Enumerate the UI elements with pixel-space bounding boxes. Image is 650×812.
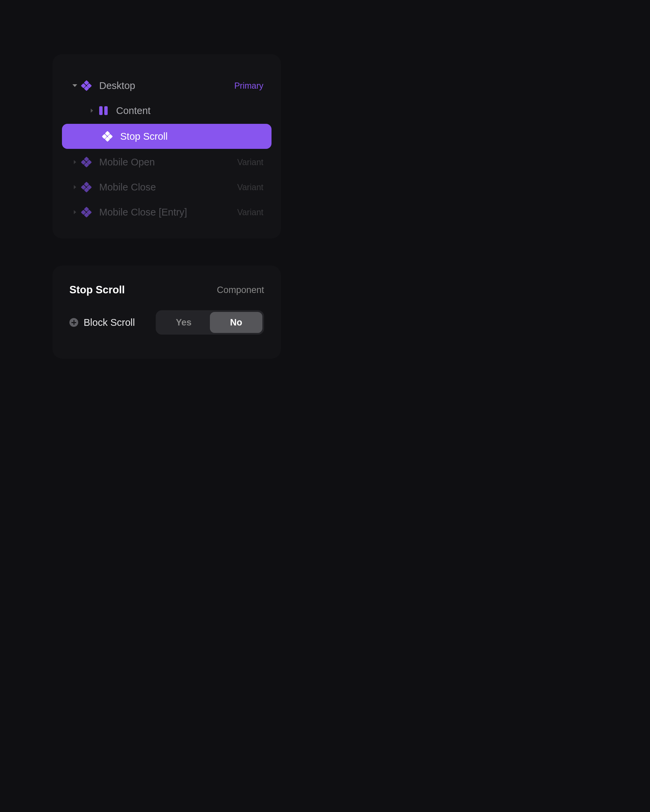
tree-row-mobile-close-entry[interactable]: Mobile Close [Entry] Variant bbox=[62, 200, 272, 224]
tree-row-content[interactable]: Content bbox=[62, 98, 272, 123]
component-diamond-icon bbox=[80, 182, 93, 192]
tree-row-mobile-close[interactable]: Mobile Close Variant bbox=[62, 175, 272, 200]
disclosure-right-icon[interactable] bbox=[70, 210, 80, 214]
tree-row-label: Mobile Close bbox=[99, 182, 237, 193]
disclosure-right-icon[interactable] bbox=[70, 185, 80, 189]
properties-panel: Stop Scroll Component Block Scroll Yes N… bbox=[52, 266, 281, 359]
tree-row-desktop[interactable]: Desktop Primary bbox=[62, 73, 272, 98]
tree-row-badge: Variant bbox=[237, 182, 263, 192]
disclosure-down-icon[interactable] bbox=[70, 84, 80, 87]
disclosure-right-icon[interactable] bbox=[70, 160, 80, 164]
properties-type: Component bbox=[217, 285, 264, 295]
block-scroll-label: Block Scroll bbox=[84, 317, 156, 328]
properties-title: Stop Scroll bbox=[69, 284, 125, 296]
frame-bars-icon bbox=[96, 106, 110, 115]
block-scroll-yes[interactable]: Yes bbox=[158, 312, 210, 333]
plus-circle-icon[interactable] bbox=[69, 318, 78, 327]
layers-tree-panel: Desktop Primary Content Stop Scroll Mobi… bbox=[52, 54, 281, 238]
component-diamond-icon bbox=[80, 157, 93, 167]
tree-row-mobile-open[interactable]: Mobile Open Variant bbox=[62, 150, 272, 175]
component-diamond-icon bbox=[101, 131, 114, 141]
block-scroll-row: Block Scroll Yes No bbox=[69, 310, 264, 334]
tree-row-label: Stop Scroll bbox=[120, 131, 263, 142]
tree-row-badge: Variant bbox=[237, 157, 263, 167]
tree-row-label: Mobile Close [Entry] bbox=[99, 207, 237, 218]
component-diamond-icon bbox=[80, 81, 93, 90]
tree-row-label: Mobile Open bbox=[99, 157, 237, 168]
tree-row-badge: Primary bbox=[234, 81, 263, 91]
tree-row-badge: Variant bbox=[237, 208, 263, 217]
tree-row-stop-scroll[interactable]: Stop Scroll bbox=[62, 124, 272, 149]
block-scroll-toggle: Yes No bbox=[156, 310, 264, 334]
properties-header: Stop Scroll Component bbox=[69, 284, 264, 296]
tree-row-label: Content bbox=[116, 105, 263, 116]
disclosure-right-icon[interactable] bbox=[87, 108, 96, 113]
component-diamond-icon bbox=[80, 208, 93, 217]
tree-row-label: Desktop bbox=[99, 80, 234, 92]
block-scroll-no[interactable]: No bbox=[210, 312, 262, 333]
